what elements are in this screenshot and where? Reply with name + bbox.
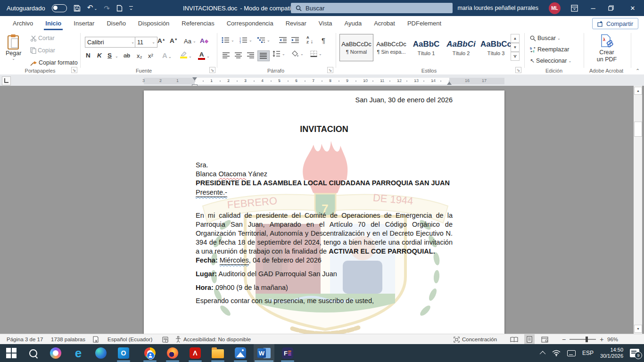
document-page[interactable]: FEBRERO DE 1944 7 San Juan, 30 de enero … <box>144 90 504 334</box>
font-color-chevron[interactable]: ⌄ <box>206 54 210 58</box>
save-icon[interactable] <box>74 5 81 12</box>
increase-indent-button[interactable] <box>291 37 299 43</box>
replace-button[interactable]: bc Reemplazar <box>530 46 569 53</box>
word-count[interactable]: 1738 palabras <box>51 334 85 345</box>
style-t-tulo-3[interactable]: AaBbCcTítulo 3 <box>479 34 513 61</box>
wifi-icon[interactable] <box>552 350 561 356</box>
tab-revisar[interactable]: Revisar <box>280 16 313 30</box>
font-color-button[interactable]: A <box>198 51 205 60</box>
scroll-up-button[interactable]: ▲ <box>634 87 642 95</box>
format-painter-button[interactable]: Copiar formato <box>30 59 78 66</box>
style--normal[interactable]: AaBbCcDc¶ Normal <box>339 34 373 61</box>
spellcheck-icon[interactable] <box>92 334 99 345</box>
autosave-toggle[interactable] <box>52 4 67 12</box>
taskbar-search-button[interactable] <box>23 344 43 362</box>
zoom-out-button[interactable]: − <box>562 336 566 343</box>
paragraph-dialog-launcher[interactable]: ⇘ <box>327 67 333 73</box>
ribbon-display-options-icon[interactable] <box>571 5 578 12</box>
share-button[interactable]: Compartir <box>592 18 638 29</box>
numbering-button[interactable]: 123⌄ <box>239 37 252 43</box>
taskbar-copilot-icon[interactable] <box>45 344 66 362</box>
language-indicator[interactable]: Español (Ecuador) <box>107 334 152 345</box>
ruler[interactable]: 32112345678910111213141617 <box>144 78 504 84</box>
sort-button[interactable]: AZ ↓ <box>306 36 313 44</box>
taskbar-photos-icon[interactable] <box>230 344 251 362</box>
restore-button[interactable] <box>608 5 618 11</box>
tab-archivo[interactable]: Archivo <box>7 16 39 30</box>
taskbar-word-icon[interactable]: W <box>254 344 274 362</box>
shading-button[interactable]: ⌄ <box>291 50 304 57</box>
tab-pdfelement[interactable]: PDFelement <box>401 16 447 30</box>
underline-chevron[interactable]: ⌄ <box>115 54 118 58</box>
tab-referencias[interactable]: Referencias <box>175 16 220 30</box>
taskbar-chrome-icon[interactable] <box>140 344 160 362</box>
tab-ayuda[interactable]: Ayuda <box>338 16 368 30</box>
borders-button[interactable]: ⌄ <box>310 50 322 57</box>
highlight-chevron[interactable]: ⌄ <box>189 54 192 58</box>
zoom-slider[interactable] <box>570 339 596 340</box>
subscript-button[interactable]: x₂ <box>137 52 142 59</box>
strikethrough-button[interactable]: ab <box>124 52 130 59</box>
scroll-down-button[interactable]: ▼ <box>634 325 642 333</box>
tab-disposición[interactable]: Disposición <box>132 16 175 30</box>
pilcrow-button[interactable]: ¶ <box>322 36 325 44</box>
user-name[interactable]: maria lourdes peñafiel parrales <box>457 5 538 11</box>
superscript-button[interactable]: x² <box>148 52 153 59</box>
style-t-tulo-1[interactable]: AaBbCTítulo 1 <box>409 34 443 61</box>
decrease-indent-button[interactable] <box>279 37 287 43</box>
read-mode-button[interactable] <box>510 334 518 345</box>
document-title[interactable]: INVITACIONES.doc - Modo de compatib... ∨ <box>183 0 305 16</box>
tab-selector[interactable] <box>2 76 11 85</box>
notification-center-icon[interactable]: 9 <box>630 349 639 357</box>
zoom-in-button[interactable]: + <box>600 336 603 343</box>
new-document-icon[interactable] <box>116 5 123 12</box>
tray-expand-icon[interactable] <box>540 351 546 357</box>
create-pdf-button[interactable]: λ Crear un PDF <box>590 34 623 63</box>
bullets-button[interactable]: ⌄ <box>222 37 234 43</box>
taskbar-internet-explorer-icon[interactable]: e <box>68 344 89 362</box>
touch-keyboard-icon[interactable] <box>567 350 576 356</box>
paste-button[interactable]: Pegar ⌄ <box>6 34 21 61</box>
line-spacing-button[interactable]: ⌄ <box>272 50 285 57</box>
bold-button[interactable]: N <box>86 52 91 59</box>
focus-mode-button[interactable]: Concentración <box>454 334 497 345</box>
zoom-percentage[interactable]: 96% <box>607 334 618 345</box>
tab-acrobat[interactable]: Acrobat <box>368 16 401 30</box>
styles-dialog-launcher[interactable]: ⇘ <box>515 67 521 73</box>
style-t-tulo-2[interactable]: AaBbCiTítulo 2 <box>444 34 478 61</box>
tab-inicio[interactable]: Inicio <box>39 16 67 30</box>
align-right-button[interactable] <box>245 50 256 60</box>
taskbar-file-explorer-icon[interactable] <box>207 344 228 362</box>
page-indicator[interactable]: Página 3 de 17 <box>7 334 43 345</box>
italic-button[interactable]: K <box>97 52 102 59</box>
font-size-select[interactable]: 11⌄ <box>135 37 157 48</box>
font-family-select[interactable]: Calibri⌄ <box>85 37 137 48</box>
grow-font-button[interactable]: A▲ <box>157 37 165 44</box>
tab-correspondencia[interactable]: Correspondencia <box>221 16 280 30</box>
align-left-button[interactable] <box>221 50 232 60</box>
underline-button[interactable]: S <box>107 52 112 59</box>
justify-button[interactable] <box>257 50 270 61</box>
styles-more-button[interactable]: ▼ <box>511 52 520 61</box>
tab-insertar[interactable]: Insertar <box>67 16 100 30</box>
clipboard-dialog-launcher[interactable]: ⇘ <box>71 67 77 73</box>
font-dialog-launcher[interactable]: ⇘ <box>209 67 215 73</box>
first-line-indent-marker[interactable] <box>192 77 197 81</box>
print-layout-button[interactable] <box>524 334 535 345</box>
taskbar-edge-icon[interactable] <box>91 344 111 362</box>
accessibility-status[interactable]: Accesibilidad: No disponible <box>175 334 251 345</box>
change-case-button[interactable]: Aa⌄ <box>184 38 196 45</box>
clock[interactable]: 14:50 30/1/2026 <box>600 347 623 359</box>
tab-diseño[interactable]: Diseño <box>100 16 132 30</box>
taskbar-pdfelement-icon[interactable]: F <box>277 344 298 362</box>
collapse-ribbon-button[interactable]: ⌃ <box>636 68 640 74</box>
customize-toolbar-icon[interactable]: ⌄ <box>129 6 133 10</box>
multilevel-list-button[interactable]: ⌄ <box>257 37 270 43</box>
highlight-button[interactable] <box>180 51 187 58</box>
find-button[interactable]: Buscar⌄ <box>530 35 561 41</box>
close-button[interactable]: ✕ <box>628 5 637 12</box>
right-indent-marker[interactable] <box>447 82 452 85</box>
select-button[interactable]: ↖ Seleccionar⌄ <box>530 58 571 64</box>
scroll-thumb[interactable] <box>634 122 642 137</box>
shrink-font-button[interactable]: A▼ <box>170 37 178 44</box>
